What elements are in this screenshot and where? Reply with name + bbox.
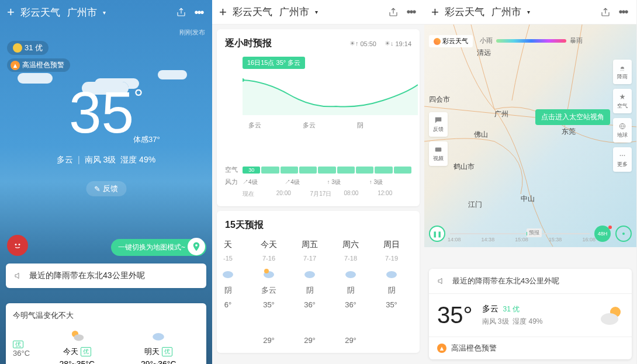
more-icon[interactable]: ••• [617,6,629,19]
svg-point-18 [624,155,625,156]
weather-map[interactable]: 彩云天气 小雨 暴雨 反馈视频 降雨空气地球更多 清远四会市广州佛山东莞鹤山市中… [424,25,636,247]
forecast-15-title: 15天预报 [225,219,420,231]
map-city-label: 东莞 [562,127,576,137]
more-icon[interactable]: ••• [192,6,205,19]
svg-point-12 [386,271,397,278]
forecast-day[interactable]: 周日 7-19 阴 35° [371,240,412,345]
map-city-label: 佛山 [474,130,488,140]
rain-banner[interactable]: 最近的降雨带在东北43公里外呢 [429,269,632,294]
rain-banner[interactable]: 最近的降雨带在东北43公里外呢 [6,264,206,288]
warning-icon: ▲ [437,344,446,353]
share-icon[interactable] [599,6,612,19]
svg-point-19 [622,233,625,235]
badge-48h[interactable]: 48H [594,226,611,242]
tomorrow-range: 29°~36°C [141,359,176,364]
add-city-button[interactable]: + [219,5,227,20]
two-day-title: 今明气温变化不大 [13,310,199,321]
hourly-title: 逐小时预报 [225,37,272,50]
svg-point-0 [15,244,17,245]
aqi-face-icon [13,43,22,53]
map-popup[interactable]: 点击进入太空站视角 [535,109,610,125]
app-name: 彩云天气 [445,5,484,19]
current-temperature: 35° [69,79,143,146]
wind-label: 风力 [225,178,243,186]
svg-point-5 [153,333,164,341]
svg-point-21 [601,313,618,325]
two-day-card[interactable]: 今明气温变化不大 优 36°C 今天优 28°~35°C 明天优 29°~36°… [6,303,206,364]
bottom-condition: 多云 [482,304,498,314]
cloud-icon [150,328,167,344]
chevron-down-icon: ▾ [527,9,530,15]
caiyun-logo: 彩云天气 [429,35,473,47]
air-quality-bar: 30 [243,167,411,174]
share-icon[interactable] [387,6,400,19]
map-layer-降雨[interactable]: 降雨 [613,60,632,84]
edge-temp: 优 36°C [13,339,36,358]
app-name: 彩云天气 [233,5,272,19]
city-name[interactable]: 广州市 [67,6,97,19]
hourly-tooltip: 16日15点 35° 多云 [243,57,305,69]
hourly-card: 逐小时预报 ☀↑ 05:50 ☀↓ 19:14 16日15点 35° 多云 多云… [217,29,420,206]
map-layer-空气[interactable]: 空气 [613,89,632,113]
svg-point-4 [74,334,84,341]
bottom-temp: 35° [437,302,473,328]
locate-button[interactable] [615,226,632,242]
sunrise: ☀↑ 05:50 [349,40,376,47]
wind-text: 南风 3级 [85,155,116,165]
forecast-day[interactable]: 今天 7-16 多云 35° 29° [248,240,289,345]
bottom-warning[interactable]: ▲ 高温橙色预警 [429,337,632,359]
rain-message: 最近的降雨带在东北43公里外呢 [29,271,145,281]
bottom-weather-card: 最近的降雨带在东北43公里外呢 35° 多云 31 优 南风 3级 湿度 49%… [429,269,632,359]
app-name: 彩云天气 [20,6,60,19]
svg-point-10 [304,271,315,278]
chevron-down-icon: ▾ [103,9,106,16]
chevron-down-icon: ▾ [315,9,318,15]
forecast-day[interactable]: 周六 7-18 阴 36° 29° [330,240,371,345]
aqi-badge[interactable]: 31 优 [7,41,49,55]
today-range: 28°~35°C [59,359,95,364]
speaker-icon [437,276,446,286]
humidity-text: 湿度 49% [120,155,155,165]
forecast-day[interactable]: 周五 7-17 阴 36° 29° [289,240,330,345]
forecast-day[interactable]: 周 7- 小 [412,240,420,345]
svg-point-1 [19,244,20,245]
map-layer-地球[interactable]: 地球 [613,118,632,143]
publish-time: 刚刚发布 [179,28,205,37]
map-layer-视频[interactable]: 视频 [429,141,448,166]
svg-point-16 [620,155,621,156]
pause-button[interactable]: ❚❚ [429,226,445,242]
feels-like: 体感37° [133,134,160,145]
aqi-text: 31 优 [25,43,43,53]
pencil-icon: ✎ [94,185,101,193]
svg-point-2 [195,244,198,247]
map-city-label: 四会市 [429,95,450,105]
feedback-button[interactable]: ✎ 反馈 [86,181,126,196]
svg-point-11 [345,271,356,278]
map-city-label: 鹤山市 [453,162,475,172]
svg-point-9 [264,269,269,273]
svg-rect-14 [435,147,442,151]
add-city-button[interactable]: + [431,5,439,20]
map-layer-更多[interactable]: 更多 [613,147,632,172]
map-roads [424,25,636,247]
condition-text: 多云 [57,155,73,165]
forecast-15-card[interactable]: 15天预报 天 -15 阴 6° 今天 7-16 多云 35° 29° 周五 7… [217,211,420,353]
city-name[interactable]: 广州市 [491,5,521,19]
share-icon[interactable] [175,6,188,19]
sun-cloud-icon [598,303,624,328]
map-city-label: 中山 [521,194,535,204]
sunset: ☀↓ 19:14 [385,40,411,47]
speaker-icon [14,271,23,280]
avatar[interactable] [7,235,28,256]
more-icon[interactable]: ••• [404,6,417,19]
map-layer-反馈[interactable]: 反馈 [429,112,448,137]
svg-point-7 [223,271,233,278]
map-city-label: 江门 [468,200,482,210]
city-name[interactable]: 广州市 [279,5,309,19]
forecast-day[interactable]: 天 -15 阴 6° [212,240,248,345]
air-label: 空气 [225,165,243,174]
sun-cloud-icon [69,328,85,344]
add-city-button[interactable]: + [7,5,15,20]
rain-scale: 小雨 暴雨 [480,36,583,45]
map-pin-icon[interactable] [188,238,205,255]
